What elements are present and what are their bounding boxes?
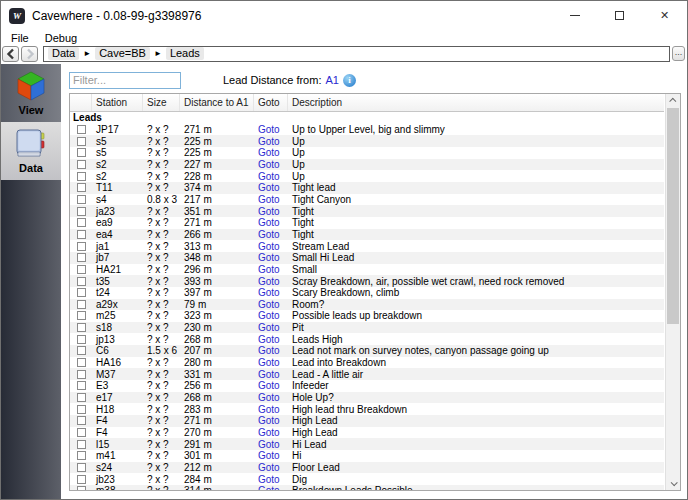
goto-link[interactable]: Goto [258,287,280,298]
sidebar-item-data[interactable]: Data [1,122,61,180]
lead-checkbox[interactable] [70,148,92,157]
column-header-size[interactable]: Size [143,94,180,111]
filter-input[interactable] [69,72,181,89]
table-row[interactable]: ja1? x ?313 mGotoStream Lead [70,240,664,252]
goto-link[interactable]: Goto [258,299,280,310]
lead-checkbox[interactable] [70,125,92,134]
goto-link[interactable]: Goto [258,264,280,275]
goto-link[interactable]: Goto [258,310,280,321]
table-row[interactable]: s5? x ?225 mGotoUp [70,135,664,147]
back-button[interactable] [2,46,19,62]
lead-checkbox[interactable] [70,160,92,169]
lead-checkbox[interactable] [70,381,92,390]
lead-checkbox[interactable] [70,463,92,472]
goto-link[interactable]: Goto [258,136,280,147]
lead-checkbox[interactable] [70,242,92,251]
table-row[interactable]: s40.8 x 3217 mGotoTight Canyon [70,194,664,206]
lead-checkbox[interactable] [70,440,92,449]
goto-link[interactable]: Goto [258,194,280,205]
lead-checkbox[interactable] [70,311,92,320]
goto-link[interactable]: Goto [258,229,280,240]
lead-checkbox[interactable] [70,137,92,146]
lead-checkbox[interactable] [70,428,92,437]
table-row[interactable]: T11? x ?374 mGotoTight lead [70,182,664,194]
table-row[interactable]: ja23? x ?351 mGotoTight [70,205,664,217]
goto-link[interactable]: Goto [258,462,280,473]
scroll-up-button[interactable] [666,94,680,107]
table-row[interactable]: H18? x ?283 mGotoHigh lead thru Breakdow… [70,403,664,415]
lead-checkbox[interactable] [70,358,92,367]
breadcrumb-more-button[interactable]: ... [672,46,685,61]
lead-checkbox[interactable] [70,218,92,227]
table-row[interactable]: a29x? x ?79 mGotoRoom? [70,299,664,311]
menu-file[interactable]: File [3,32,37,44]
goto-link[interactable]: Goto [258,171,280,182]
maximize-button[interactable] [597,1,642,30]
table-row[interactable]: F4? x ?270 mGotoHigh Lead [70,427,664,439]
goto-link[interactable]: Goto [258,182,280,193]
table-row[interactable]: m41? x ?301 mGotoHi [70,450,664,462]
table-row[interactable]: m25? x ?323 mGotoPossible leads up break… [70,310,664,322]
lead-checkbox[interactable] [70,405,92,414]
lead-checkbox[interactable] [70,346,92,355]
goto-link[interactable]: Goto [258,217,280,228]
lead-checkbox[interactable] [70,230,92,239]
forward-button[interactable] [21,46,38,62]
column-header-goto[interactable]: Goto [254,94,288,111]
sidebar-item-view[interactable]: View [1,64,61,122]
table-row[interactable]: E3? x ?256 mGotoInfeeder [70,380,664,392]
table-row[interactable]: JP17? x ?271 mGotoUp to Upper Level, big… [70,124,664,136]
lead-checkbox[interactable] [70,370,92,379]
lead-distance-station-link[interactable]: A1 [325,74,338,86]
scrollbar-thumb[interactable] [667,108,679,324]
goto-link[interactable]: Goto [258,380,280,391]
table-row[interactable]: e17? x ?268 mGotoHole Up? [70,392,664,404]
lead-checkbox[interactable] [70,207,92,216]
goto-link[interactable]: Goto [258,322,280,333]
minimize-button[interactable] [552,1,597,30]
table-row[interactable]: m38? x ?314 mGotoBreakdown Leads Possibl… [70,485,664,490]
lead-checkbox[interactable] [70,172,92,181]
lead-checkbox[interactable] [70,323,92,332]
goto-link[interactable]: Goto [258,485,280,490]
lead-checkbox[interactable] [70,288,92,297]
lead-checkbox[interactable] [70,300,92,309]
lead-checkbox[interactable] [70,451,92,460]
goto-link[interactable]: Goto [258,206,280,217]
table-row[interactable]: s24? x ?212 mGotoFloor Lead [70,462,664,474]
lead-checkbox[interactable] [70,393,92,402]
scroll-down-button[interactable] [666,477,680,490]
goto-link[interactable]: Goto [258,241,280,252]
table-row[interactable]: F4? x ?271 mGotoHigh Lead [70,415,664,427]
table-row[interactable]: s2? x ?227 mGotoUp [70,159,664,171]
goto-link[interactable]: Goto [258,334,280,345]
table-row[interactable]: t35? x ?393 mGotoScray Breakdown, air, p… [70,275,664,287]
goto-link[interactable]: Goto [258,124,280,135]
table-row[interactable]: s5? x ?225 mGotoUp [70,147,664,159]
close-button[interactable]: ✕ [642,1,687,30]
lead-checkbox[interactable] [70,277,92,286]
table-row[interactable]: jb7? x ?348 mGotoSmall Hi Lead [70,252,664,264]
goto-link[interactable]: Goto [258,404,280,415]
table-row[interactable]: l15? x ?291 mGotoHi Lead [70,438,664,450]
goto-link[interactable]: Goto [258,439,280,450]
lead-checkbox[interactable] [70,486,92,490]
table-row[interactable]: ea9? x ?271 mGotoTight [70,217,664,229]
breadcrumb[interactable]: Data►Cave=BB►Leads [43,46,670,62]
goto-link[interactable]: Goto [258,474,280,485]
goto-link[interactable]: Goto [258,392,280,403]
vertical-scrollbar[interactable] [665,94,680,490]
lead-checkbox[interactable] [70,335,92,344]
info-icon[interactable]: i [343,74,356,87]
menu-debug[interactable]: Debug [37,32,85,44]
table-row[interactable]: HA21? x ?296 mGotoSmall [70,264,664,276]
goto-link[interactable]: Goto [258,450,280,461]
lead-checkbox[interactable] [70,416,92,425]
column-header-description[interactable]: Description [288,94,664,111]
table-row[interactable]: s18? x ?230 mGotoPit [70,322,664,334]
table-row[interactable]: s2? x ?228 mGotoUp [70,170,664,182]
goto-link[interactable]: Goto [258,415,280,426]
goto-link[interactable]: Goto [258,345,280,356]
lead-checkbox[interactable] [70,475,92,484]
table-row[interactable]: C61.5 x 6207 mGotoLead not mark on surve… [70,345,664,357]
